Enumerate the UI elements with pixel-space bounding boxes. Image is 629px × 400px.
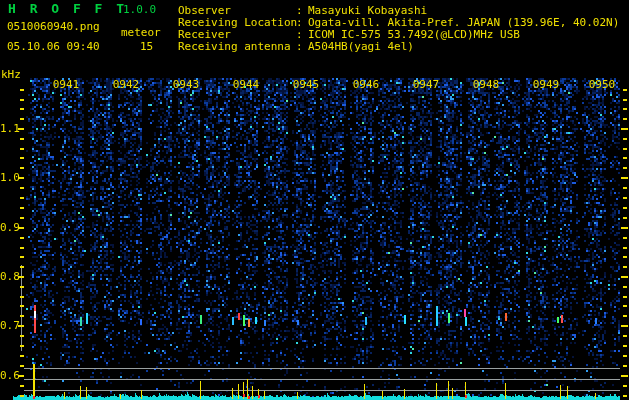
- output-filename: 0510060940.png: [7, 21, 100, 33]
- spectrogram-canvas: [0, 0, 629, 400]
- app-version: 1.0.0: [123, 4, 156, 16]
- info-separator: :: [296, 41, 308, 53]
- time-tick-label: 0946: [350, 79, 382, 91]
- info-value: A504HB(yagi 4el): [308, 41, 414, 53]
- time-tick-label: 0942: [110, 79, 142, 91]
- date-time-label: 05.10.06 09:40: [7, 41, 100, 53]
- time-tick-label: 0947: [410, 79, 442, 91]
- freq-tick-label: 0.8: [0, 271, 17, 283]
- freq-tick-label: 0.9: [0, 222, 17, 234]
- hrofft-screen: H R O F F T 1.0.0 0510060940.png meteor …: [0, 0, 629, 400]
- station-info: Observer:Masayuki Kobayashi Receiving Lo…: [178, 5, 619, 53]
- freq-axis-unit: kHz: [1, 69, 21, 81]
- info-label: Receiving antenna: [178, 41, 296, 53]
- time-tick-label: 0943: [170, 79, 202, 91]
- time-tick-label: 0949: [530, 79, 562, 91]
- freq-tick-label: 0.7: [0, 320, 17, 332]
- time-tick-label: 0945: [290, 79, 322, 91]
- time-tick-label: 0941: [50, 79, 82, 91]
- freq-tick-label: 0.6: [0, 370, 17, 382]
- mode-label: meteor: [121, 27, 161, 39]
- info-row-antenna: Receiving antenna:A504HB(yagi 4el): [178, 41, 619, 53]
- time-tick-label: 0944: [230, 79, 262, 91]
- freq-tick-label: 1.0: [0, 172, 17, 184]
- freq-tick-label: 1.1: [0, 123, 17, 135]
- meteor-count: 15: [140, 41, 153, 53]
- app-title: H R O F F T: [8, 3, 127, 15]
- time-tick-label: 0948: [470, 79, 502, 91]
- time-tick-label: 0950: [586, 79, 618, 91]
